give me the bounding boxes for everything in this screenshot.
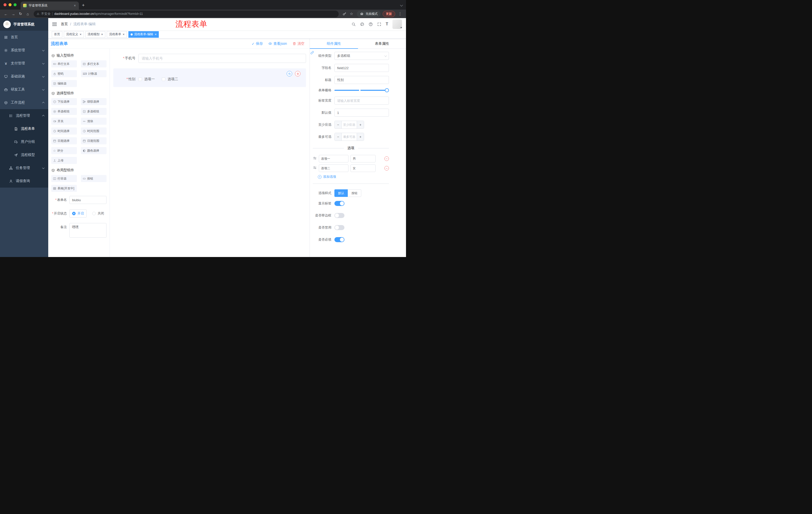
canvas-field-phone[interactable]: *手机号 [113,54,306,63]
palette-item-select[interactable]: 下拉选择 [51,98,77,105]
option-2-label-input[interactable] [319,164,348,172]
palette-item-editor[interactable]: 编辑器 [51,80,77,87]
required-switch[interactable] [335,237,344,242]
increase-button[interactable]: + [357,133,364,141]
search-icon[interactable] [351,22,356,26]
tag-process-model[interactable]: 流程模型 × [85,31,106,38]
tag-process-form-edit[interactable]: 流程表单-编辑 × [128,31,159,38]
form-name-input[interactable] [69,196,107,204]
with-border-switch[interactable] [335,213,344,218]
canvas-field-gender-selected[interactable]: *性别 选项一 选项二 [113,69,306,87]
add-option-button[interactable]: + 添加选项 [318,174,389,179]
breadcrumb-home[interactable]: 首页 [61,22,68,26]
checkbox[interactable] [139,77,142,81]
sidebar-item-process-mgmt[interactable]: 流程管理 [0,109,48,122]
form-canvas[interactable]: *手机号 *性别 选项一 [110,49,310,257]
new-tab-button[interactable]: + [79,2,88,9]
tag-close-icon[interactable]: × [123,33,125,36]
clear-button[interactable]: 清空 [292,42,304,46]
phone-input[interactable] [139,54,306,63]
option-1-label-input[interactable] [319,155,348,162]
home-button[interactable]: ⌂ [24,10,31,17]
sidebar-item-process-form[interactable]: 流程表单 [0,122,48,135]
incognito-badge[interactable]: 无痕模式 [357,10,381,17]
drag-handle-icon[interactable] [313,166,317,171]
palette-item-time-picker[interactable]: 时间选择 [51,128,77,135]
remove-option-button[interactable]: − [384,156,389,161]
status-radio-on[interactable]: 开启 [69,210,87,218]
checkbox[interactable] [162,77,165,81]
close-window-button[interactable] [3,3,6,6]
palette-item-radio-group[interactable]: 单选框组 [51,108,77,115]
remove-option-button[interactable]: − [384,166,389,170]
default-value-input[interactable] [335,109,389,117]
palette-item-counter[interactable]: 123计数器 [81,70,107,77]
grid-slider[interactable] [335,90,387,91]
decrease-button[interactable]: − [335,121,342,129]
sidebar-item-home[interactable]: 首页 [0,31,48,44]
palette-item-upload[interactable]: 上传 [51,157,77,164]
github-icon[interactable] [360,22,364,26]
label-width-input[interactable] [335,97,389,105]
field-name-input[interactable] [335,64,389,72]
palette-item-row-container[interactable]: 行容器 [51,175,77,182]
palette-item-date-picker[interactable]: 日期选择 [51,137,77,144]
sidebar-item-devtools[interactable]: 研发工具 [0,83,48,96]
tag-close-icon[interactable]: × [80,33,82,36]
palette-item-checkbox-group[interactable]: 多选框组 [81,108,107,115]
palette-item-switch[interactable]: 开关 [51,118,77,125]
reload-button[interactable]: ↻ [17,10,24,17]
title-input[interactable] [335,76,389,84]
palette-item-slider[interactable]: 滑块 [81,118,107,125]
status-radio-off[interactable]: 关闭 [92,211,104,216]
hamburger-icon[interactable] [52,23,57,26]
copy-field-button[interactable] [287,71,292,77]
sidebar-item-leave-query[interactable]: 请假查询 [0,174,48,188]
address-bar[interactable]: ⚠ 不安全 dashboard.yudao.iocoder.cn/bpm/man… [34,10,339,17]
palette-item-time-range[interactable]: 时间范围 [81,128,107,135]
tag-close-icon[interactable]: × [101,33,103,36]
min-select-value[interactable]: 至少应选 [342,121,357,129]
tab-search-caret-icon[interactable] [400,3,403,6]
sidebar-item-process-model[interactable]: 流程模型 [0,148,48,161]
view-json-button[interactable]: 查看json [268,42,287,46]
sidebar-logo[interactable]: 芋道管理系统 [0,18,48,31]
tag-home[interactable]: 首页 [52,31,62,38]
palette-item-table[interactable]: 表格[开发中] [51,185,77,192]
sidebar-item-workflow[interactable]: 工作流程 [0,96,48,109]
max-select-value[interactable]: 最多可选 [342,133,357,141]
gender-option-2[interactable]: 选项二 [162,77,178,81]
forward-button[interactable]: → [10,10,17,17]
zoom-window-button[interactable] [13,3,17,6]
palette-item-single-text[interactable]: 单行文本 [51,60,77,67]
tag-process-definition[interactable]: 流程定义 × [64,31,84,38]
option-1-value-input[interactable] [350,155,376,162]
avatar[interactable] [393,19,402,29]
palette-item-color-picker[interactable]: 颜色选择 [81,147,107,154]
palette-item-password[interactable]: 密码 [51,70,77,77]
drag-handle-icon[interactable] [313,156,317,161]
sidebar-item-system[interactable]: 系统管理 [0,44,48,57]
palette-item-rate[interactable]: ☆评分 [51,147,77,154]
browser-tab[interactable]: 芋道管理系统 × [21,1,79,9]
option-2-value-input[interactable] [350,164,376,172]
form-remark-textarea[interactable]: 嘿嘿 [69,223,107,238]
decrease-button[interactable]: − [335,133,342,141]
palette-item-cascader[interactable]: 级联选择 [81,98,107,105]
increase-button[interactable]: + [357,121,364,129]
sidebar-item-user-groups[interactable]: 用户分组 [0,135,48,148]
component-type-select[interactable]: 多选框组 [335,52,389,60]
palette-item-button[interactable]: 按钮 [81,175,107,182]
style-default-button[interactable]: 默认 [335,189,348,197]
palette-item-multi-text[interactable]: 多行文本 [81,60,107,67]
tab-close-icon[interactable]: × [74,3,76,7]
help-icon[interactable] [369,22,373,26]
tab-form-props[interactable]: 表单属性 [358,39,406,49]
style-button-button[interactable]: 按钮 [348,189,361,197]
tag-process-form[interactable]: 流程表单 × [107,31,127,38]
save-button[interactable]: ✓ 保存 [252,42,263,46]
sidebar-item-infra[interactable]: 基础设施 [0,70,48,83]
minimize-window-button[interactable] [8,3,11,6]
slider-handle[interactable] [385,88,389,92]
sidebar-item-task-mgmt[interactable]: 任务管理 [0,161,48,174]
